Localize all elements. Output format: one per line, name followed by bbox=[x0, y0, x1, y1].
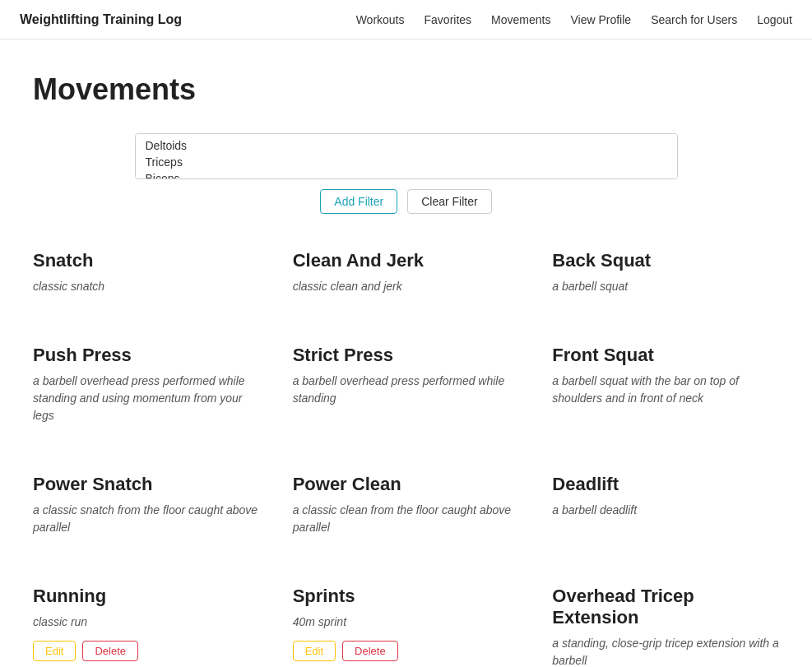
app-header: Weightlifting Training Log Workouts Favo… bbox=[0, 0, 812, 39]
clear-filter-button[interactable]: Clear Filter bbox=[407, 189, 491, 214]
movement-card-sprints: Sprints 40m sprint Edit Delete bbox=[293, 576, 520, 667]
muscle-option-biceps[interactable]: Biceps bbox=[139, 170, 674, 179]
movement-desc: classic clean and jerk bbox=[293, 278, 520, 295]
nav-search-users[interactable]: Search for Users bbox=[651, 13, 737, 26]
movement-card-deadlift: Deadlift a barbell deadlift bbox=[552, 464, 779, 556]
nav-view-profile[interactable]: View Profile bbox=[570, 13, 631, 26]
movement-card-front-squat: Front Squat a barbell squat with the bar… bbox=[552, 335, 779, 444]
movement-card-snatch: Snatch classic snatch bbox=[33, 240, 260, 315]
movement-card-strict-press: Strict Press a barbell overhead press pe… bbox=[293, 335, 520, 444]
movement-desc: a barbell overhead press performed while… bbox=[33, 373, 260, 424]
movement-name: Power Snatch bbox=[33, 474, 260, 495]
edit-button-sprints[interactable]: Edit bbox=[293, 641, 336, 661]
delete-button-sprints[interactable]: Delete bbox=[342, 641, 398, 661]
delete-button-running[interactable]: Delete bbox=[82, 641, 138, 661]
movement-card-overhead-tricep: Overhead Tricep Extension a standing, cl… bbox=[552, 576, 779, 667]
muscle-group-select[interactable]: Deltoids Triceps Biceps Forearms bbox=[135, 133, 678, 179]
app-title: Weightlifting Training Log bbox=[20, 12, 182, 27]
movement-name: Snatch bbox=[33, 250, 260, 271]
movement-card-power-snatch: Power Snatch a classic snatch from the f… bbox=[33, 464, 260, 556]
nav-workouts[interactable]: Workouts bbox=[356, 13, 405, 26]
movement-desc: a classic clean from the floor caught ab… bbox=[293, 502, 520, 536]
nav-logout[interactable]: Logout bbox=[757, 13, 792, 26]
movement-name: Overhead Tricep Extension bbox=[552, 586, 779, 628]
movement-desc: a standing, close-grip tricep extension … bbox=[552, 635, 779, 667]
page-title: Movements bbox=[33, 72, 779, 107]
movement-name: Front Squat bbox=[552, 345, 779, 366]
movement-desc: 40m sprint bbox=[293, 614, 520, 631]
movement-desc: classic snatch bbox=[33, 278, 260, 295]
movement-name: Back Squat bbox=[552, 250, 779, 271]
filter-section: Deltoids Triceps Biceps Forearms Add Fil… bbox=[33, 133, 779, 214]
add-filter-button[interactable]: Add Filter bbox=[320, 189, 397, 214]
movement-desc: a classic snatch from the floor caught a… bbox=[33, 502, 260, 536]
filter-buttons: Add Filter Clear Filter bbox=[320, 189, 491, 214]
movement-name: Running bbox=[33, 586, 260, 607]
movement-desc: a barbell overhead press performed while… bbox=[293, 373, 520, 407]
muscle-option-triceps[interactable]: Triceps bbox=[139, 154, 674, 170]
movement-card-push-press: Push Press a barbell overhead press perf… bbox=[33, 335, 260, 444]
movement-card-back-squat: Back Squat a barbell squat bbox=[552, 240, 779, 315]
movement-actions: Edit Delete bbox=[33, 641, 260, 661]
movement-name: Sprints bbox=[293, 586, 520, 607]
movement-card-running: Running classic run Edit Delete bbox=[33, 576, 260, 667]
edit-button-running[interactable]: Edit bbox=[33, 641, 76, 661]
movement-card-clean-and-jerk: Clean And Jerk classic clean and jerk bbox=[293, 240, 520, 315]
nav-favorites[interactable]: Favorites bbox=[425, 13, 472, 26]
muscle-option-deltoids[interactable]: Deltoids bbox=[139, 137, 674, 154]
movement-desc: classic run bbox=[33, 614, 260, 631]
movement-desc: a barbell squat bbox=[552, 278, 779, 295]
movement-name: Strict Press bbox=[293, 345, 520, 366]
main-content: Movements Deltoids Triceps Biceps Forear… bbox=[0, 39, 812, 667]
movement-name: Clean And Jerk bbox=[293, 250, 520, 271]
movement-card-power-clean: Power Clean a classic clean from the flo… bbox=[293, 464, 520, 556]
movement-name: Deadlift bbox=[552, 474, 779, 495]
movement-name: Push Press bbox=[33, 345, 260, 366]
movement-name: Power Clean bbox=[293, 474, 520, 495]
nav-movements[interactable]: Movements bbox=[491, 13, 550, 26]
movement-desc: a barbell deadlift bbox=[552, 502, 779, 519]
movements-grid: Snatch classic snatch Clean And Jerk cla… bbox=[33, 240, 779, 667]
movement-actions: Edit Delete bbox=[293, 641, 520, 661]
main-nav: Workouts Favorites Movements View Profil… bbox=[356, 13, 792, 26]
movement-desc: a barbell squat with the bar on top of s… bbox=[552, 373, 779, 407]
